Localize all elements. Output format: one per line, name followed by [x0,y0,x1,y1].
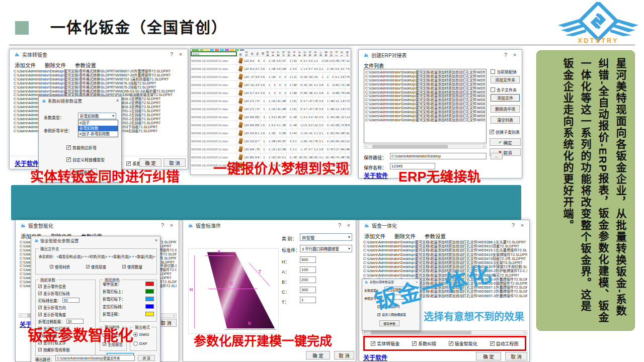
trim-side-bend-checkbox[interactable]: 剪裁侧边折弯 [66,145,97,150]
table-header-cell[interactable]: 孔数 [276,51,282,56]
close-icon[interactable]: × [512,52,518,58]
table-header-cell[interactable]: 材费 [313,51,319,56]
table-header-cell[interactable]: 折弯 [282,51,287,56]
add-file-button[interactable]: 添加文件 [491,94,520,102]
delete-selected-button[interactable]: 删除选中项 [491,105,520,113]
save-path-input[interactable]: C:\Users\Administrator\Desktop [390,153,487,159]
scroll-thumb[interactable] [372,145,448,148]
scroll-right-arrow[interactable]: › [482,145,486,148]
menu-add-file[interactable]: 添加文件 [15,61,36,69]
param-t-input[interactable]: 1 [300,297,316,303]
menu-settings[interactable]: 参数设置 [425,232,446,240]
table-header-cell[interactable]: 厚 [261,51,266,56]
module-smart-checkbox[interactable]: 钣金智能化 [449,340,477,347]
custom-relief-checkbox[interactable]: 自定义释放槽类型 [66,157,105,162]
table-row[interactable]: WD5388-1型-20040325-11.sldprt12021042.711… [191,137,351,145]
browse-button[interactable]: ... [491,153,503,159]
table-header-cell[interactable]: 备注 [345,51,351,56]
output-path-input[interactable]: C:\Users\Administrator\Desktop\新建文件夹 [55,355,135,361]
help-icon[interactable]: ? [503,52,509,58]
ok-button[interactable]: 确 定 [306,351,330,359]
cancel-button[interactable]: 取 消 [505,352,527,360]
scroll-left-arrow[interactable]: ‹ [364,145,368,148]
dxf-radio[interactable]: DXF [133,341,147,346]
scroll-right-arrow[interactable]: › [172,314,176,317]
table-row[interactable]: WD5388-1型-20040325-09.sldprt1204002501.5… [191,121,351,129]
horizontal-scrollbar[interactable]: ‹ › [362,330,527,335]
module-autodraw-checkbox[interactable]: 自动工程图 [490,340,519,347]
create-subcategory-checkbox[interactable]: 创建子类别表 [490,129,520,135]
color-swatch-yellow[interactable] [145,312,154,316]
option-bend-deduction[interactable]: 折弯扣除数 [78,126,118,131]
about-link[interactable]: 关于软件 [363,353,387,361]
module-coeff-checkbox[interactable]: 系数纠错 [412,340,436,347]
table-row[interactable]: WD5388-1型-20040325-05.sldprt12080.719.43… [191,89,351,97]
param-c-input[interactable]: 300 [300,287,316,293]
param-a-input[interactable]: 100 [300,266,316,273]
help-icon[interactable]: ? [337,222,343,228]
table-row[interactable]: WD5388-1型-20040325-10.sldprt12021040.11.… [191,129,351,137]
mark-length-input[interactable]: 50 [62,298,79,303]
table-header-cell[interactable]: 切费 [303,51,308,56]
category-select[interactable]: 异型管 ▾ [300,233,352,241]
table-row[interactable]: WD5388-1型-20040325-12.sldprt120164121.78… [191,145,351,153]
menu-del-file[interactable]: 删除文件 [394,232,416,240]
close-icon[interactable]: × [116,98,119,103]
table-header-cell[interactable]: 辅费 [324,51,330,56]
show-bend-mark-checkbox[interactable]: 显示折弯打标线 [38,291,70,296]
scroll-left-arrow[interactable]: ‹ [363,331,367,334]
clear-list-button[interactable]: 清空列表 [491,116,520,124]
table-header-cell[interactable]: 材质 [245,51,250,56]
horizontal-scrollbar[interactable]: ‹ › [364,144,487,149]
close-icon[interactable]: × [519,222,525,228]
include-subfolder-checkbox[interactable]: 含子文件夹 [491,87,517,93]
table-header-cell[interactable]: 面积 [287,51,292,56]
table-header-cell[interactable]: 宽 [255,51,261,56]
table-row[interactable]: WD5388-1型-20040325-01.sldprt12035.68213.… [191,57,351,65]
table-header-cell[interactable]: 单价 [335,51,340,56]
color-swatch-red[interactable] [145,282,154,286]
table-row[interactable]: WD5388-1型-20040325-03.sldprt1202715.83.5… [191,73,351,81]
menu-settings[interactable]: 参数设置 [75,61,96,69]
help-icon[interactable]: ? [510,222,516,228]
option-k-factor[interactable]: K因子 [78,120,118,126]
color-swatch-blue[interactable] [145,304,154,309]
current-assembly-checkbox[interactable]: 当前装配体 [491,69,517,74]
table-header-cell[interactable]: 损耗 [330,51,335,56]
module-solid2sheet-checkbox[interactable]: 实体转钣金 [371,340,399,347]
quote-table[interactable]: 文件名图材质长宽厚数量切长孔数折弯面积单重总重切费折费材费工费辅费损耗单价总价备… [191,51,351,169]
table-header-cell[interactable]: 折费 [308,51,314,56]
browse-button[interactable]: 浏 览 [138,355,155,361]
use-thickness-checkbox[interactable]: 使用厚度 [86,264,106,269]
coeff-type-select[interactable]: 折弯扣除数 ▾ [78,113,116,119]
table-header-cell[interactable]: 总重 [297,51,303,56]
table-header-cell[interactable]: 图 [237,51,245,56]
scroll-thumb[interactable] [371,331,471,334]
cancel-button[interactable]: 取 消 [334,351,354,359]
table-header-cell[interactable]: 总价 [340,51,346,56]
menu-del-file[interactable]: 删除文件 [45,61,66,69]
table-row[interactable]: WD5388-1型-20040325-08.sldprt120400250315… [191,113,351,121]
help-icon[interactable]: ? [169,51,175,57]
table-header-cell[interactable]: 数量 [266,51,271,56]
file-list[interactable]: C:\Users\Administrator\Desktop\星河文档\批量添加… [364,69,487,143]
standard-select[interactable]: 9 平行圆口斜椭圆锥管 ▾ [300,245,352,252]
hide-bendline-sketch-checkbox[interactable]: 隐藏折弯线草图 [38,347,70,352]
close-icon[interactable]: × [169,222,175,228]
scroll-left-arrow[interactable]: ‹ [19,314,23,317]
show-bend-dir-checkbox[interactable]: 显示折弯方向 [38,305,66,310]
table-row[interactable]: WD5388-1型-20040325-07.sldprt12017190.741… [191,105,351,113]
table-header-cell[interactable]: 长 [250,51,256,56]
table-header-cell[interactable]: 单重 [292,51,298,56]
about-link[interactable]: 关于软件 [364,171,388,179]
param-h-input[interactable]: 500 [300,256,316,263]
close-icon[interactable]: × [178,51,184,57]
table-header-cell[interactable]: 文件名 [191,51,237,56]
show-part-info-checkbox[interactable]: 显示零件信息 [38,284,66,289]
menu-add-file[interactable]: 添加文件 [364,232,385,240]
use-material-checkbox[interactable]: 使用材质 [50,264,70,269]
table-row[interactable]: WD5388-1型-20040325-06.sldprt12017190.741… [191,97,351,105]
close-icon[interactable]: × [346,222,352,228]
color-swatch-green[interactable] [145,289,154,294]
table-row[interactable]: WD5388-1型-20040325-04.sldprt12018.9114.5… [191,81,351,89]
